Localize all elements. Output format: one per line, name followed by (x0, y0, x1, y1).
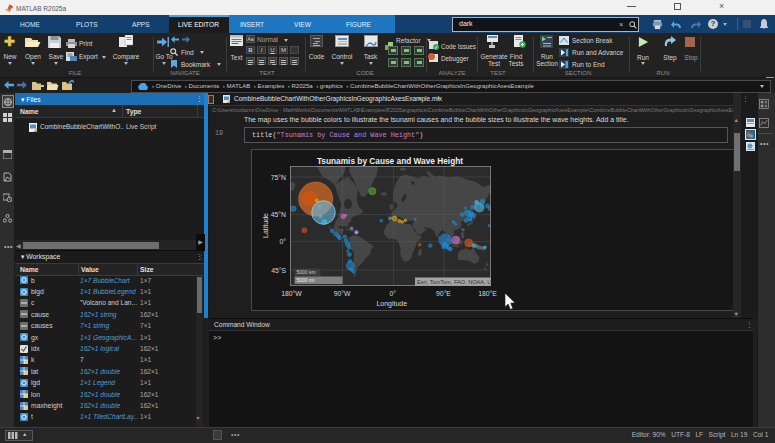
svg-text:Esri, TomTom, FAO, NOAA, USGS: Esri, TomTom, FAO, NOAA, USGS (417, 279, 491, 285)
svg-text:5000 mi: 5000 mi (296, 277, 314, 283)
svg-text:5000 km: 5000 km (296, 269, 315, 275)
